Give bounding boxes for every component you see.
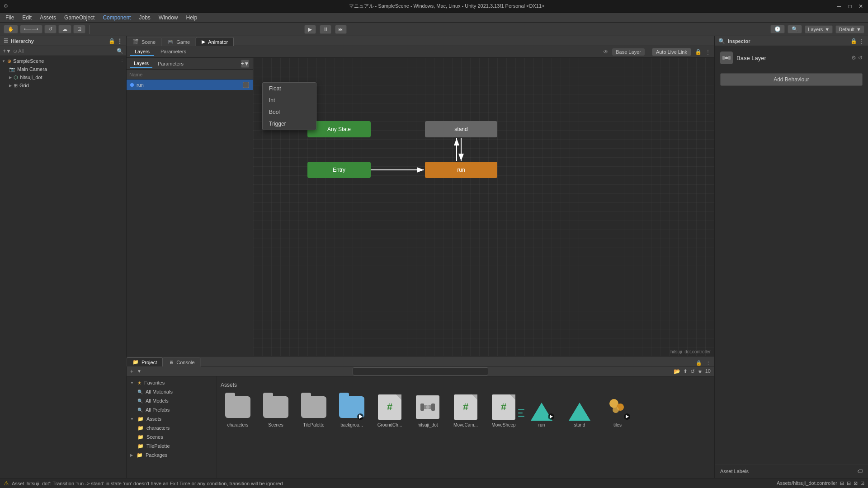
animator-canvas[interactable]: Any State stand Entry run: [253, 58, 714, 356]
inspector-settings-icon[interactable]: ⚙: [851, 55, 856, 61]
tab-scene[interactable]: 🎬 Scene: [127, 37, 161, 46]
asset-item-characters[interactable]: characters: [221, 392, 255, 430]
sidebar-item-tile-palette[interactable]: 📁 TilePalette: [127, 441, 217, 450]
pause-button[interactable]: ⏸: [320, 25, 331, 34]
auto-live-link-btn[interactable]: Auto Live Link: [652, 48, 691, 56]
animator-overflow-icon[interactable]: ⋮: [705, 49, 711, 55]
animator-layers-tab[interactable]: Layers: [130, 48, 154, 56]
sidebar-item-assets[interactable]: ▼ 📁 Assets: [127, 414, 217, 423]
hierarchy-item-hitsujidot[interactable]: ▶ ⬡ hitsuji_dot: [0, 73, 126, 81]
sidebar-item-packages[interactable]: ▶ 📁 Packages: [127, 450, 217, 460]
param-value-checkbox[interactable]: [243, 82, 249, 88]
asset-item-tiles[interactable]: tiles: [600, 392, 635, 430]
default-dropdown[interactable]: Default ▼: [835, 25, 864, 33]
toolbar-cloud[interactable]: ☁: [58, 25, 71, 33]
minimize-button[interactable]: ─: [835, 3, 843, 10]
params-search-input[interactable]: [129, 72, 250, 77]
menu-assets[interactable]: Assets: [36, 14, 60, 22]
menu-gameobject[interactable]: GameObject: [61, 14, 98, 22]
tab-project[interactable]: 📁 Project: [127, 357, 163, 366]
statusbar-icon-1[interactable]: ⊞: [840, 480, 844, 486]
sidebar-item-all-models[interactable]: 🔍 All Models: [127, 396, 217, 405]
sidebar-item-favorites[interactable]: ▼ ★ Favorites: [127, 378, 217, 387]
movecam-asset-label: MoveCam...: [453, 422, 478, 428]
hierarchy-overflow-icon[interactable]: ⋮: [117, 38, 123, 44]
dropdown-int[interactable]: Int: [263, 94, 316, 106]
toolbar-hand-tool[interactable]: ✋: [4, 25, 18, 33]
inspector-refresh-icon[interactable]: ↺: [858, 55, 863, 61]
maximize-button[interactable]: □: [846, 3, 854, 10]
hierarchy-lock-icon[interactable]: 🔒: [108, 38, 115, 44]
add-behaviour-button[interactable]: Add Behaviour: [720, 73, 863, 86]
hierarchy-search-icon[interactable]: 🔍: [117, 48, 123, 54]
toolbar-history[interactable]: 🕐: [770, 25, 785, 33]
menu-file[interactable]: File: [2, 14, 18, 22]
menu-jobs[interactable]: Jobs: [135, 14, 154, 22]
project-lock-icon[interactable]: 🔒: [696, 360, 702, 366]
params-add-button[interactable]: +▼: [241, 60, 249, 68]
param-item-run[interactable]: run: [127, 80, 253, 90]
asset-item-run[interactable]: run: [524, 392, 559, 430]
sidebar-item-all-prefabs[interactable]: 🔍 All Prefabs: [127, 405, 217, 414]
toolbar-move-tool[interactable]: ⟵⟶: [20, 25, 42, 33]
hierarchy-item-maincamera[interactable]: 📷 Main Camera: [0, 65, 126, 73]
asset-item-scenes[interactable]: Scenes: [259, 392, 293, 430]
state-entry[interactable]: Entry: [307, 162, 371, 178]
state-stand[interactable]: stand: [425, 121, 497, 137]
sidebar-item-scenes[interactable]: 📁 Scenes: [127, 432, 217, 441]
inspector-overflow-icon[interactable]: ⋮: [859, 38, 864, 44]
toolbar-search[interactable]: 🔍: [788, 25, 802, 33]
asset-item-hitsujidot[interactable]: hitsuji_dot: [410, 392, 445, 430]
project-overflow-icon[interactable]: ⋮: [706, 360, 711, 366]
layers-dropdown[interactable]: Layers ▼: [805, 25, 833, 33]
hierarchy-item-grid[interactable]: ▶ ⊞ Grid: [0, 81, 126, 89]
scene-overflow-icon[interactable]: ⋮: [120, 59, 124, 64]
project-panel: ▼ ★ Favorites 🔍 All Materials 🔍 All Mode…: [127, 376, 714, 478]
asset-item-stand[interactable]: stand: [562, 392, 597, 430]
hierarchy-maincamera-label: Main Camera: [17, 66, 47, 72]
statusbar-icon-4[interactable]: ⊡: [860, 480, 864, 486]
project-add-chevron[interactable]: ▼: [137, 369, 142, 374]
menu-help[interactable]: Help: [183, 14, 201, 22]
params-layers-tab[interactable]: Layers: [130, 60, 152, 68]
menu-component[interactable]: Component: [99, 14, 134, 22]
asset-item-tilepalette[interactable]: TilePalette: [297, 392, 331, 430]
tab-console[interactable]: 🖥 Console: [163, 357, 200, 366]
asset-labels-icon[interactable]: 🏷: [857, 468, 863, 474]
dropdown-float[interactable]: Float: [263, 83, 316, 94]
statusbar-icon-3[interactable]: ⊠: [854, 480, 858, 486]
hierarchy-item-samplescene[interactable]: ▼ ⊕ SampleScene ⋮: [0, 57, 126, 65]
project-add-button[interactable]: +: [130, 368, 133, 375]
tab-animator[interactable]: ▶ Animator: [196, 37, 234, 46]
dropdown-bool[interactable]: Bool: [263, 106, 316, 118]
step-button[interactable]: ⏭: [335, 25, 347, 34]
star-filter-icon[interactable]: ★: [698, 368, 703, 375]
toolbar-undo[interactable]: ↺: [44, 25, 57, 33]
state-any[interactable]: Any State: [307, 121, 371, 137]
sidebar-item-all-materials[interactable]: 🔍 All Materials: [127, 387, 217, 396]
toolbar-redo[interactable]: ⊡: [73, 25, 85, 33]
statusbar-icon-2[interactable]: ⊟: [847, 480, 851, 486]
hierarchy-search-input[interactable]: [13, 48, 115, 54]
menu-edit[interactable]: Edit: [19, 14, 35, 22]
asset-item-movecam[interactable]: # MoveCam...: [448, 392, 483, 430]
animator-parameters-tab[interactable]: Parameters: [156, 48, 191, 56]
inspector-lock-icon[interactable]: 🔒: [850, 38, 857, 44]
show-in-explorer-icon[interactable]: 📂: [674, 368, 680, 375]
hierarchy-add-icon[interactable]: +▼: [3, 48, 11, 54]
sidebar-item-characters[interactable]: 📁 characters: [127, 423, 217, 432]
asset-item-background[interactable]: backgrou...: [335, 392, 369, 430]
animator-lock-icon[interactable]: 🔒: [695, 49, 702, 55]
close-button[interactable]: ✕: [857, 3, 864, 10]
asset-item-movesheep[interactable]: # MoveSheep: [486, 392, 521, 430]
refresh-icon[interactable]: ↺: [690, 368, 695, 375]
params-parameters-tab[interactable]: Parameters: [154, 60, 187, 67]
asset-item-groundch[interactable]: # GroundCh...: [373, 392, 407, 430]
state-run[interactable]: run: [425, 162, 497, 178]
play-button[interactable]: ▶: [304, 25, 316, 34]
project-search-input[interactable]: [353, 367, 488, 375]
menu-window[interactable]: Window: [155, 14, 182, 22]
import-icon[interactable]: ⬆: [683, 368, 688, 375]
tab-game[interactable]: 🎮 Game: [161, 37, 196, 46]
dropdown-trigger[interactable]: Trigger: [263, 118, 316, 130]
